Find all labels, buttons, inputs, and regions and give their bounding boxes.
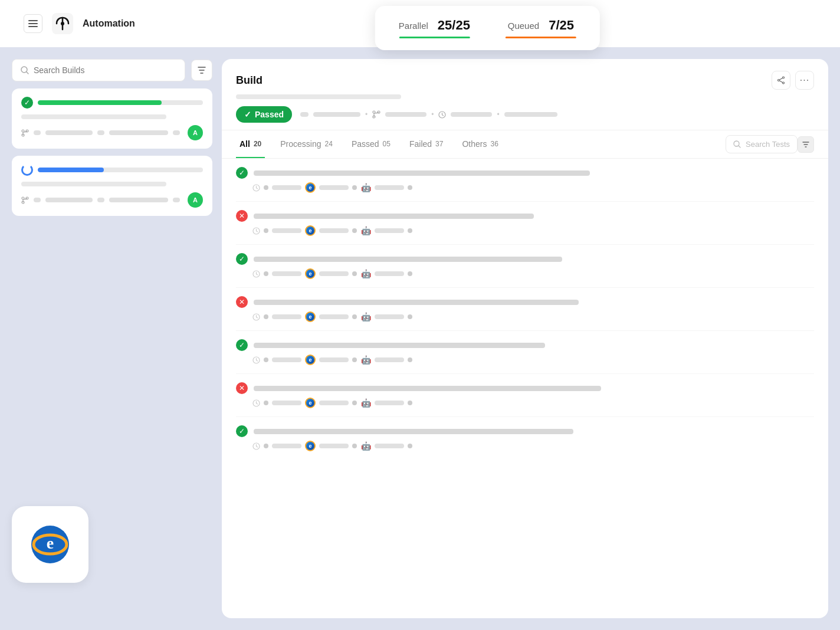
dot-3b: [352, 271, 357, 276]
main-content: ✓ A: [0, 47, 840, 630]
dot-sep: •: [365, 110, 368, 119]
test-item-3[interactable]: ✓ e 🤖: [236, 245, 814, 288]
build-title-skeleton-1: [21, 114, 166, 119]
sk: [319, 444, 349, 448]
sk: [319, 314, 349, 319]
test-meta-6: e 🤖: [236, 398, 814, 408]
more-options-button[interactable]: ···: [795, 71, 814, 90]
build-card-2[interactable]: A: [12, 156, 212, 216]
sk: [173, 198, 180, 202]
test-name-bar-7: [254, 429, 814, 434]
sk: [319, 271, 349, 276]
app-title: Automation: [83, 18, 135, 29]
test-status-5: ✓: [236, 339, 248, 351]
ie-icon-7: e: [305, 441, 316, 451]
clock-icon-1: [252, 184, 260, 192]
search-tests-bar[interactable]: Search Tests: [726, 135, 798, 153]
test-item-2[interactable]: ✕ e 🤖: [236, 202, 814, 245]
dot-4c: [408, 314, 412, 319]
test-meta-4: e 🤖: [236, 311, 814, 322]
sk: [375, 314, 404, 319]
sk: [34, 198, 41, 202]
dot-3c: [408, 271, 412, 276]
android-icon-7: 🤖: [360, 441, 371, 451]
sk: [45, 198, 93, 202]
clock-icon-5: [252, 356, 260, 364]
test-name-sk-7: [254, 429, 573, 434]
test-item-1[interactable]: ✓ e 🤖: [236, 159, 814, 202]
build-progress-bar-1: [38, 100, 203, 105]
android-icon-4: 🤖: [360, 311, 371, 322]
sk: [109, 198, 168, 202]
dot-6c: [408, 401, 412, 405]
sk: [300, 112, 309, 117]
ie-icon-5: e: [305, 355, 316, 365]
dot-5b: [352, 357, 357, 362]
dot-2b: [352, 228, 357, 233]
build-card-bottom-1: A: [21, 125, 203, 140]
sk: [319, 357, 349, 362]
sk: [375, 228, 404, 233]
stats-box: Parallel 25/25 Queued 7/25: [375, 6, 600, 50]
sk: [272, 228, 301, 233]
menu-button[interactable]: [24, 14, 42, 33]
panel-header: Build ···: [222, 59, 828, 130]
tab-failed-label: Failed: [409, 139, 432, 149]
parallel-stat: Parallel 25/25: [399, 18, 470, 38]
dot-sep2: •: [431, 110, 434, 119]
build-meta: • • •: [300, 110, 557, 119]
passed-check: ✓: [244, 110, 251, 119]
test-meta-5: e 🤖: [236, 355, 814, 365]
test-item-6[interactable]: ✕ e 🤖: [236, 374, 814, 417]
sk: [272, 444, 301, 448]
queued-stat: Queued 7/25: [506, 18, 576, 38]
tab-failed[interactable]: Failed 37: [406, 131, 447, 158]
ie-icon-6: e: [305, 398, 316, 408]
branch-icon-2: [21, 196, 29, 204]
branch-icon-1: [21, 129, 29, 137]
ellipsis-icon: ···: [800, 75, 809, 86]
search-tests-icon: [733, 140, 741, 148]
android-icon-1: 🤖: [360, 182, 371, 193]
filter-button[interactable]: [191, 60, 212, 81]
tab-processing[interactable]: Processing 24: [277, 131, 336, 158]
svg-rect-0: [28, 20, 38, 21]
search-tests-label: Search Tests: [746, 140, 790, 149]
tab-passed-count: 05: [383, 140, 391, 148]
build-progress-bar-2: [38, 168, 203, 172]
panel-title: Build: [236, 74, 262, 87]
search-builds-bar[interactable]: [12, 59, 185, 81]
test-item-4[interactable]: ✕ e 🤖: [236, 288, 814, 331]
queued-bar: [506, 37, 576, 38]
dot-3: [264, 271, 268, 276]
sk: [272, 401, 301, 405]
test-name-sk-3: [254, 257, 562, 262]
share-button[interactable]: [772, 71, 790, 90]
dot-4: [264, 314, 268, 319]
dot-sep3: •: [497, 110, 499, 119]
test-item-5[interactable]: ✓ e 🤖: [236, 331, 814, 374]
tab-others[interactable]: Others 36: [458, 131, 501, 158]
test-status-3: ✓: [236, 253, 248, 265]
right-panel: Build ···: [222, 59, 828, 618]
test-name-sk-6: [254, 386, 601, 391]
sk: [97, 198, 104, 202]
sk: [272, 357, 301, 362]
svg-point-13: [783, 82, 785, 84]
build-card-1[interactable]: ✓ A: [12, 88, 212, 149]
test-meta-2: e 🤖: [236, 225, 814, 236]
tests-filter-button[interactable]: [798, 136, 814, 153]
test-name-sk-1: [254, 170, 590, 176]
ie-icon-1: e: [305, 182, 316, 193]
test-list: ✓ e 🤖: [222, 159, 828, 618]
queued-value: 7/25: [549, 18, 574, 33]
dot-7c: [408, 444, 412, 448]
search-builds-input[interactable]: [34, 65, 176, 75]
test-item-7[interactable]: ✓ e 🤖: [236, 417, 814, 460]
dot-7b: [352, 444, 357, 448]
tab-passed[interactable]: Passed 05: [348, 131, 394, 158]
test-name-bar-1: [254, 170, 814, 176]
svg-point-14: [778, 80, 780, 81]
tab-all[interactable]: All 20: [236, 131, 265, 158]
avatar-badge-1: A: [188, 125, 203, 140]
